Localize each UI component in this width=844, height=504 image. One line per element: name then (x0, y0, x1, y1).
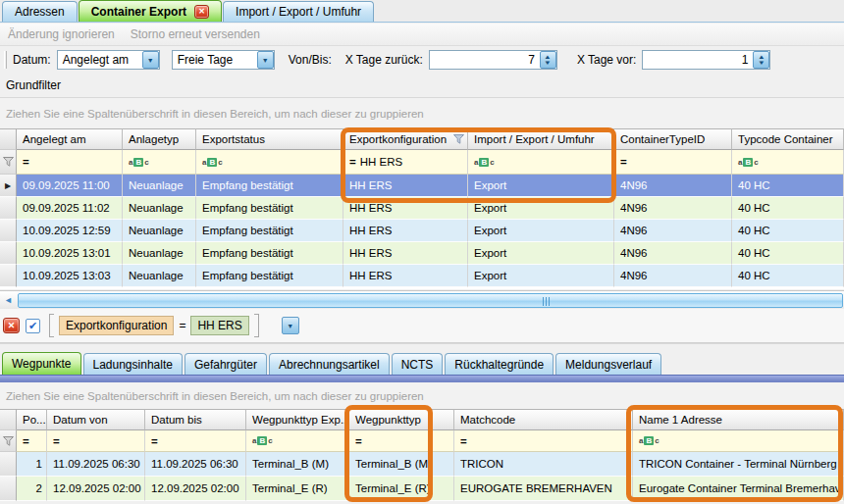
scroll-left-button[interactable]: ◄ (0, 292, 17, 309)
cell-datum-von[interactable]: 12.09.2025 02:00 (47, 477, 145, 501)
column-header-wegpunkttyp[interactable]: Wegpunkttyp (349, 409, 454, 430)
cell-wegpunkttyp[interactable]: Terminal_E (R) (349, 477, 454, 501)
filter-cell-anlagetyp[interactable]: aBc (123, 150, 196, 175)
table-row[interactable]: 10.09.2025 13:01 Neuanlage Empfang bestä… (0, 242, 844, 265)
cell-exportkonfiguration[interactable]: HH ERS (343, 197, 468, 220)
filter-cell-datum-von[interactable]: = (47, 430, 145, 452)
cell-containertypeid[interactable]: 4N96 (614, 265, 732, 287)
column-header-anlagetyp[interactable]: Anlagetyp (123, 128, 196, 150)
cell-exportkonfiguration[interactable]: HH ERS (343, 220, 468, 242)
filter-cell-typcode-container[interactable]: aBc (732, 150, 844, 175)
cell-exportstatus[interactable]: Empfang bestätigt (196, 265, 343, 287)
datum-combobox[interactable]: Angelegt am ▼ (57, 50, 160, 70)
filter-cell-angelegt-am[interactable]: = (17, 150, 123, 175)
cell-angelegt-am[interactable]: 09.09.2025 11:00 (17, 175, 123, 197)
cell-po[interactable]: 1 (17, 452, 47, 477)
column-header-containertypeid[interactable]: ContainerTypeID (614, 128, 732, 150)
cell-anlagetyp[interactable]: Neuanlage (123, 220, 196, 242)
cell-matchcode[interactable]: TRICON (454, 452, 633, 477)
column-header-exportstatus[interactable]: Exportstatus (196, 128, 343, 150)
combo-dropdown-button[interactable]: ▼ (142, 51, 159, 69)
tab-gefahrgueter[interactable]: Gefahrgüter (185, 353, 267, 375)
tab-ladungsinhalte[interactable]: Ladungsinhalte (83, 353, 183, 375)
filter-cell-name-1-adresse[interactable]: aBc (633, 430, 844, 452)
cell-angelegt-am[interactable]: 10.09.2025 12:59 (17, 220, 123, 242)
active-filter-funnel-icon[interactable] (453, 134, 464, 144)
cell-datum-bis[interactable]: 12.09.2025 02:00 (145, 477, 246, 501)
toolbar-grip[interactable] (4, 51, 7, 69)
cell-containertypeid[interactable]: 4N96 (614, 220, 732, 242)
table-row[interactable]: 09.09.2025 11:02 Neuanlage Empfang bestä… (0, 197, 844, 220)
filter-cell-wegpunkttyp[interactable]: = (349, 430, 454, 452)
cell-wegpunkttyp[interactable]: Terminal_B (M) (349, 452, 454, 477)
tage-vor-spinner[interactable]: 1 ▲ ▼ (642, 50, 770, 70)
column-header-matchcode[interactable]: Matchcode (454, 409, 633, 430)
column-header-angelegt-am[interactable]: Angelegt am (17, 128, 123, 150)
filter-operator[interactable]: = (179, 319, 185, 332)
tab-ncts[interactable]: NCTS (392, 353, 444, 375)
tab-abrechnungsartikel[interactable]: Abrechnungsartikel (269, 353, 390, 375)
tage-zurueck-spinner[interactable]: 7 ▲ ▼ (429, 50, 557, 70)
filter-value[interactable]: HH ERS (190, 316, 248, 335)
cell-name-1-adresse[interactable]: TRICON Container - Terminal Nürnberg (633, 452, 844, 477)
cell-datum-von[interactable]: 11.09.2025 06:30 (47, 452, 145, 477)
combo-dropdown-button[interactable]: ▼ (257, 51, 274, 69)
column-header-import-export-umfuhr[interactable]: Import / Export / Umfuhr (468, 128, 614, 150)
cell-containertypeid[interactable]: 4N96 (614, 242, 732, 265)
filter-cell-po[interactable]: = (17, 430, 47, 452)
cell-import-export-umfuhr[interactable]: Export (468, 242, 614, 265)
tab-container-export[interactable]: Container Export ✕ (79, 0, 222, 22)
filter-cell-exportkonfiguration[interactable]: =HH ERS (343, 150, 468, 175)
cell-datum-bis[interactable]: 11.09.2025 06:30 (145, 452, 246, 477)
tab-wegpunkte[interactable]: Wegpunkte (2, 352, 81, 375)
cell-exportstatus[interactable]: Empfang bestätigt (196, 197, 343, 220)
cell-exportkonfiguration[interactable]: HH ERS (343, 175, 468, 197)
scrollbar-thumb[interactable] (18, 293, 843, 308)
tab-meldungsverlauf[interactable]: Meldungsverlauf (555, 353, 661, 375)
cell-exportkonfiguration[interactable]: HH ERS (343, 242, 468, 265)
cell-wegpunkttyp-exp[interactable]: Terminal_B (M) (246, 452, 349, 477)
cell-import-export-umfuhr[interactable]: Export (468, 175, 614, 197)
table-row-selected[interactable]: ▶ 09.09.2025 11:00 Neuanlage Empfang bes… (0, 175, 844, 197)
column-header-po[interactable]: Po... (17, 409, 47, 430)
cell-exportstatus[interactable]: Empfang bestätigt (196, 242, 343, 265)
cell-angelegt-am[interactable]: 09.09.2025 11:02 (17, 197, 123, 220)
cell-angelegt-am[interactable]: 10.09.2025 13:01 (17, 242, 123, 265)
menu-item-aenderung-ignorieren[interactable]: Änderung ignorieren (8, 27, 115, 41)
cell-exportstatus[interactable]: Empfang bestätigt (196, 220, 343, 242)
filter-cell-import-export-umfuhr[interactable]: aBc (468, 150, 614, 175)
cell-typcode-container[interactable]: 40 HC (732, 220, 844, 242)
filter-cell-exportstatus[interactable]: aBc (196, 150, 343, 175)
tab-close-button[interactable]: ✕ (194, 5, 209, 19)
cell-containertypeid[interactable]: 4N96 (614, 197, 732, 220)
cell-import-export-umfuhr[interactable]: Export (468, 197, 614, 220)
cell-exportstatus[interactable]: Empfang bestätigt (196, 175, 343, 197)
tab-rueckhaltegruende[interactable]: Rückhaltegründe (445, 353, 554, 375)
filter-cell-containertypeid[interactable]: = (614, 150, 732, 175)
cell-typcode-container[interactable]: 40 HC (732, 175, 844, 197)
column-header-exportkonfiguration[interactable]: Exportkonfiguration (343, 128, 468, 150)
cell-anlagetyp[interactable]: Neuanlage (123, 175, 196, 197)
group-by-area[interactable]: Ziehen Sie eine Spaltenüberschrift in di… (0, 382, 844, 409)
cell-angelegt-am[interactable]: 10.09.2025 13:03 (17, 265, 123, 287)
table-row[interactable]: 2 12.09.2025 02:00 12.09.2025 02:00 Term… (0, 477, 844, 501)
zeitraum-combobox[interactable]: Freie Tage ▼ (172, 50, 275, 70)
cell-containertypeid[interactable]: 4N96 (614, 175, 732, 197)
table-row[interactable]: 10.09.2025 12:59 Neuanlage Empfang bestä… (0, 220, 844, 242)
cell-name-1-adresse[interactable]: Eurogate Container Terminal Bremerhaven (633, 477, 844, 501)
cell-anlagetyp[interactable]: Neuanlage (123, 265, 196, 287)
group-by-area[interactable]: Ziehen Sie eine Spaltenüberschrift in di… (0, 98, 844, 128)
clear-filter-button[interactable]: ✕ (3, 318, 20, 333)
table-row[interactable]: 1 11.09.2025 06:30 11.09.2025 06:30 Term… (0, 452, 844, 477)
cell-typcode-container[interactable]: 40 HC (732, 242, 844, 265)
spinner-buttons[interactable]: ▲ ▼ (753, 51, 769, 69)
menu-item-storno-erneut-versenden[interactable]: Storno erneut versenden (131, 27, 260, 41)
cell-typcode-container[interactable]: 40 HC (732, 197, 844, 220)
filter-chip[interactable]: Exportkonfiguration = HH ERS (46, 314, 262, 337)
column-header-name-1-adresse[interactable]: Name 1 Adresse (633, 409, 844, 430)
cell-exportkonfiguration[interactable]: HH ERS (343, 265, 468, 287)
column-header-typcode-container[interactable]: Typcode Container (732, 128, 844, 150)
cell-typcode-container[interactable]: 40 HC (732, 265, 844, 287)
table-row[interactable]: 10.09.2025 13:03 Neuanlage Empfang bestä… (0, 265, 844, 287)
filter-field[interactable]: Exportkonfiguration (59, 316, 174, 335)
